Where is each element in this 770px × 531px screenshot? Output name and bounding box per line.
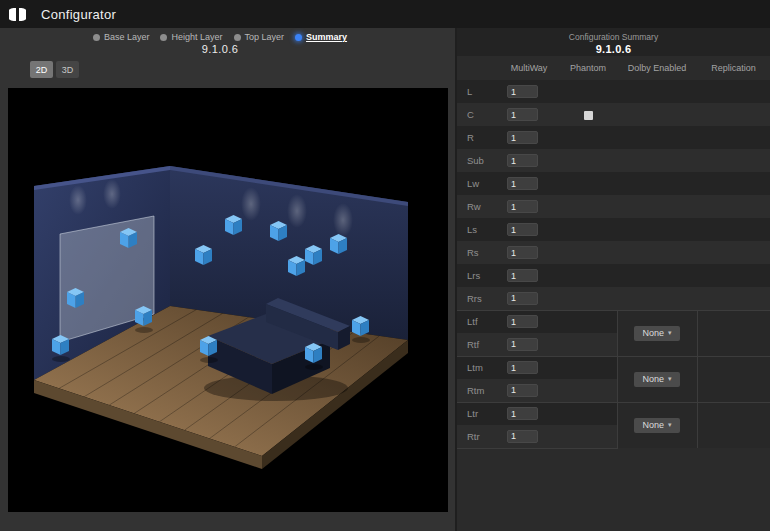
row-label: Rtm xyxy=(467,385,484,396)
row-label: R xyxy=(467,132,474,143)
row-label: C xyxy=(467,109,474,120)
dolby-enabled-select[interactable]: None ▾ xyxy=(634,418,679,433)
chevron-down-icon: ▾ xyxy=(668,421,672,429)
row-label: Rs xyxy=(467,247,479,258)
panel-header: Configuration Summary 9.1.0.6 xyxy=(457,28,770,56)
config-name: 9.1.0.6 xyxy=(0,43,440,55)
multiway-input[interactable] xyxy=(507,430,538,443)
column-header-dolby-enabled: Dolby Enabled xyxy=(617,56,697,80)
multiway-input[interactable] xyxy=(507,131,538,144)
multiway-input[interactable] xyxy=(507,200,538,213)
multiway-input[interactable] xyxy=(507,361,538,374)
panel-title: Configuration Summary xyxy=(457,32,770,42)
layer-option-label: Top Layer xyxy=(245,32,285,42)
layer-selector: Base Layer Height Layer Top Layer Summar… xyxy=(0,32,440,42)
app-title: Configurator xyxy=(41,7,116,22)
table-row-Lrs: Lrs xyxy=(457,264,770,287)
table-header-row: MultiWay Phantom Dolby Enabled Replicati… xyxy=(457,56,770,80)
row-label: Lrs xyxy=(467,270,480,281)
radio-icon[interactable] xyxy=(160,34,167,41)
multiway-input[interactable] xyxy=(507,108,538,121)
multiway-input[interactable] xyxy=(507,223,538,236)
room-3d-scene xyxy=(8,88,448,512)
table-row-Sub: Sub xyxy=(457,149,770,172)
column-header-phantom: Phantom xyxy=(559,56,617,80)
configuration-summary-panel: Configuration Summary 9.1.0.6 MultiWay P… xyxy=(455,28,770,531)
view-2d-button[interactable]: 2D xyxy=(30,61,53,78)
layer-option-summary[interactable]: Summary xyxy=(295,32,347,42)
table-row-Ls: Ls xyxy=(457,218,770,241)
column-header-multiway: MultiWay xyxy=(499,56,559,80)
table-row-Ltf: Ltf None ▾ xyxy=(457,310,770,333)
multiway-input[interactable] xyxy=(507,246,538,259)
layer-option-height-layer[interactable]: Height Layer xyxy=(160,32,222,42)
multiway-input[interactable] xyxy=(507,407,538,420)
multiway-input[interactable] xyxy=(507,338,538,351)
summary-table: MultiWay Phantom Dolby Enabled Replicati… xyxy=(457,56,770,449)
layer-option-label: Base Layer xyxy=(104,32,150,42)
table-row-Lw: Lw xyxy=(457,172,770,195)
radio-icon[interactable] xyxy=(93,34,100,41)
row-label: Sub xyxy=(467,155,484,166)
room-canvas[interactable] xyxy=(8,88,448,512)
panel-config-name: 9.1.0.6 xyxy=(457,43,770,55)
viewer-area: Base Layer Height Layer Top Layer Summar… xyxy=(0,28,455,531)
table-row-L: L xyxy=(457,80,770,103)
radio-selected-icon[interactable] xyxy=(295,34,302,41)
dolby-enabled-select[interactable]: None ▾ xyxy=(634,326,679,341)
phantom-checkbox[interactable] xyxy=(584,111,593,120)
dolby-enabled-select[interactable]: None ▾ xyxy=(634,372,679,387)
table-row-C: C xyxy=(457,103,770,126)
header-spacer xyxy=(457,56,499,80)
table-row-Ltm: Ltm None ▾ xyxy=(457,356,770,379)
row-label: Ls xyxy=(467,224,477,235)
dolby-logo-icon xyxy=(9,8,26,21)
row-label: Rtr xyxy=(467,431,480,442)
chevron-down-icon: ▾ xyxy=(668,329,672,337)
topbar: Configurator xyxy=(0,0,770,28)
table-row-Ltr: Ltr None ▾ xyxy=(457,402,770,425)
row-label: Rtf xyxy=(467,339,479,350)
layer-option-base-layer[interactable]: Base Layer xyxy=(93,32,150,42)
table-row-Rrs: Rrs xyxy=(457,287,770,310)
multiway-input[interactable] xyxy=(507,177,538,190)
radio-icon[interactable] xyxy=(234,34,241,41)
row-label: Ltm xyxy=(467,362,483,373)
multiway-input[interactable] xyxy=(507,315,538,328)
layer-option-top-layer[interactable]: Top Layer xyxy=(234,32,285,42)
multiway-input[interactable] xyxy=(507,292,538,305)
multiway-input[interactable] xyxy=(507,384,538,397)
row-label: Rrs xyxy=(467,293,482,304)
column-header-replication: Replication xyxy=(697,56,770,80)
row-label: Lw xyxy=(467,178,479,189)
multiway-input[interactable] xyxy=(507,154,538,167)
table-row-Rs: Rs xyxy=(457,241,770,264)
view-toggle: 2D 3D xyxy=(30,61,79,78)
row-label: Ltr xyxy=(467,408,478,419)
layer-option-label: Height Layer xyxy=(171,32,222,42)
dolby-enabled-value: None xyxy=(642,420,664,430)
row-label: Ltf xyxy=(467,316,478,327)
multiway-input[interactable] xyxy=(507,85,538,98)
table-row-R: R xyxy=(457,126,770,149)
dolby-enabled-value: None xyxy=(642,328,664,338)
layer-option-label: Summary xyxy=(306,32,347,42)
multiway-input[interactable] xyxy=(507,269,538,282)
table-row-Rw: Rw xyxy=(457,195,770,218)
chevron-down-icon: ▾ xyxy=(668,375,672,383)
dolby-enabled-value: None xyxy=(642,374,664,384)
view-3d-button[interactable]: 3D xyxy=(56,61,79,78)
row-label: L xyxy=(467,86,472,97)
row-label: Rw xyxy=(467,201,481,212)
